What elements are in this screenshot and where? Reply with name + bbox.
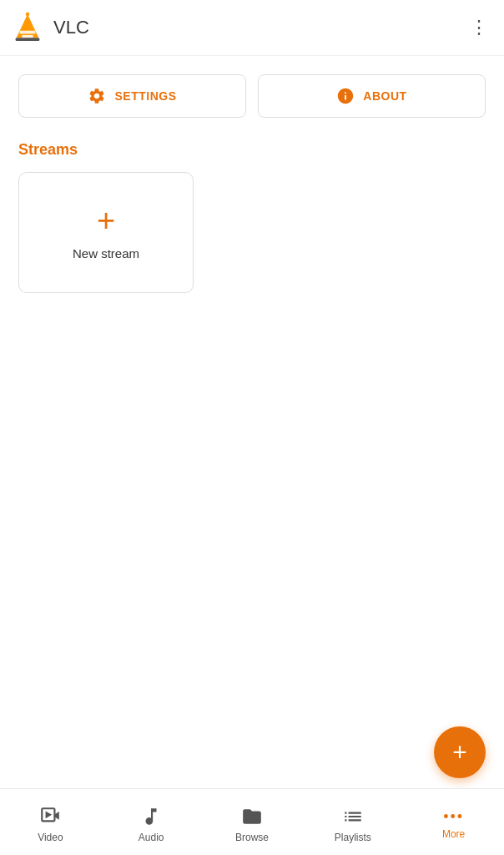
nav-item-more[interactable]: ••• More <box>403 789 504 855</box>
nav-item-browse[interactable]: Browse <box>202 789 303 855</box>
nav-item-video[interactable]: Video <box>0 789 101 855</box>
nav-item-audio[interactable]: Audio <box>101 789 202 855</box>
nav-more-label: More <box>442 828 465 840</box>
streams-grid: + New stream <box>0 167 504 298</box>
fab-add-button[interactable]: + <box>434 726 486 778</box>
bottom-navigation: Video Audio Browse Playlists ••• More <box>0 788 504 855</box>
header-more-button[interactable]: ⋮ <box>470 17 489 38</box>
about-label: ABOUT <box>363 89 406 103</box>
new-stream-card[interactable]: + New stream <box>18 172 194 293</box>
svg-point-4 <box>26 13 30 17</box>
nav-audio-label: Audio <box>139 832 164 843</box>
header-left: VLC <box>12 12 89 43</box>
nav-video-label: Video <box>38 832 63 843</box>
new-stream-label: New stream <box>73 246 139 261</box>
svg-rect-1 <box>20 31 36 34</box>
about-button[interactable]: ABOUT <box>258 74 486 118</box>
settings-button[interactable]: SETTINGS <box>18 74 246 118</box>
action-buttons-row: SETTINGS ABOUT <box>0 56 504 126</box>
svg-rect-3 <box>16 38 40 41</box>
settings-icon <box>88 87 106 105</box>
about-icon <box>336 87 355 105</box>
playlists-icon <box>342 806 364 827</box>
nav-browse-label: Browse <box>235 832 269 843</box>
settings-label: SETTINGS <box>114 89 176 103</box>
nav-playlists-label: Playlists <box>335 832 371 843</box>
more-dots-icon: ••• <box>443 809 464 824</box>
streams-section-title: Streams <box>0 126 504 167</box>
app-title: VLC <box>53 17 89 38</box>
app-header: VLC ⋮ <box>0 0 504 56</box>
video-icon <box>39 806 61 827</box>
audio-icon <box>140 806 162 827</box>
svg-rect-2 <box>22 35 33 38</box>
vlc-logo-icon <box>12 12 43 43</box>
browse-icon <box>241 806 263 827</box>
new-stream-plus-icon: + <box>97 205 115 236</box>
svg-marker-0 <box>17 14 39 38</box>
nav-item-playlists[interactable]: Playlists <box>302 789 403 855</box>
fab-plus-icon: + <box>452 740 467 765</box>
